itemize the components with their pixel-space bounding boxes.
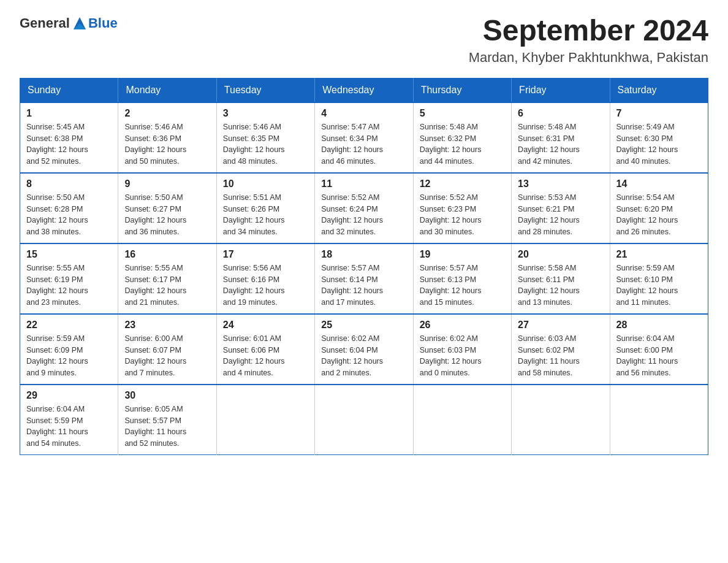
day-number: 3: [223, 108, 308, 119]
weekday-header-tuesday: Tuesday: [216, 78, 314, 102]
weekday-header-thursday: Thursday: [413, 78, 511, 102]
day-info: Sunrise: 5:58 AMSunset: 6:11 PMDaylight:…: [518, 264, 580, 307]
day-number: 1: [26, 108, 112, 119]
calendar-week-row: 29 Sunrise: 6:04 AMSunset: 5:59 PMDaylig…: [20, 385, 708, 455]
month-year-title: September 2024: [469, 15, 708, 47]
day-number: 26: [420, 320, 505, 331]
day-number: 25: [321, 320, 406, 331]
day-info: Sunrise: 5:45 AMSunset: 6:38 PMDaylight:…: [26, 123, 88, 166]
day-number: 14: [616, 178, 702, 190]
day-number: 12: [420, 178, 505, 190]
calendar-cell: 28 Sunrise: 6:04 AMSunset: 6:00 PMDaylig…: [610, 314, 708, 385]
day-number: 15: [26, 249, 112, 260]
calendar-cell: 1 Sunrise: 5:45 AMSunset: 6:38 PMDayligh…: [20, 102, 118, 173]
day-number: 7: [616, 108, 702, 119]
day-number: 21: [616, 249, 702, 260]
day-info: Sunrise: 5:46 AMSunset: 6:36 PMDaylight:…: [124, 123, 186, 166]
calendar-cell: 22 Sunrise: 5:59 AMSunset: 6:09 PMDaylig…: [20, 314, 118, 385]
day-info: Sunrise: 5:53 AMSunset: 6:21 PMDaylight:…: [518, 193, 580, 236]
calendar-cell: 10 Sunrise: 5:51 AMSunset: 6:26 PMDaylig…: [216, 173, 314, 243]
day-info: Sunrise: 6:02 AMSunset: 6:03 PMDaylight:…: [420, 334, 482, 377]
day-number: 9: [124, 178, 210, 190]
calendar-cell: 20 Sunrise: 5:58 AMSunset: 6:11 PMDaylig…: [512, 243, 610, 314]
calendar-cell: 18 Sunrise: 5:57 AMSunset: 6:14 PMDaylig…: [315, 243, 413, 314]
day-info: Sunrise: 6:04 AMSunset: 5:59 PMDaylight:…: [26, 405, 88, 448]
calendar-cell: 30 Sunrise: 6:05 AMSunset: 5:57 PMDaylig…: [118, 385, 216, 455]
calendar-cell: 6 Sunrise: 5:48 AMSunset: 6:31 PMDayligh…: [512, 102, 610, 173]
weekday-header-saturday: Saturday: [610, 78, 708, 102]
calendar-cell: 27 Sunrise: 6:03 AMSunset: 6:02 PMDaylig…: [512, 314, 610, 385]
calendar-header-row: SundayMondayTuesdayWednesdayThursdayFrid…: [20, 78, 708, 102]
day-info: Sunrise: 5:52 AMSunset: 6:23 PMDaylight:…: [420, 193, 482, 236]
calendar-cell: [512, 385, 610, 455]
day-info: Sunrise: 6:00 AMSunset: 6:07 PMDaylight:…: [124, 334, 186, 377]
day-number: 13: [518, 178, 603, 190]
day-info: Sunrise: 6:03 AMSunset: 6:02 PMDaylight:…: [518, 334, 580, 377]
day-info: Sunrise: 5:54 AMSunset: 6:20 PMDaylight:…: [616, 193, 678, 236]
calendar-cell: 11 Sunrise: 5:52 AMSunset: 6:24 PMDaylig…: [315, 173, 413, 243]
day-info: Sunrise: 5:51 AMSunset: 6:26 PMDaylight:…: [223, 193, 285, 236]
day-number: 28: [616, 320, 702, 331]
day-number: 20: [518, 249, 603, 260]
page-header: General Blue September 2024 Mardan, Khyb…: [20, 15, 708, 66]
calendar-cell: [315, 385, 413, 455]
calendar-cell: 17 Sunrise: 5:56 AMSunset: 6:16 PMDaylig…: [216, 243, 314, 314]
day-number: 8: [26, 178, 112, 190]
day-info: Sunrise: 5:59 AMSunset: 6:09 PMDaylight:…: [26, 334, 88, 377]
day-info: Sunrise: 5:50 AMSunset: 6:27 PMDaylight:…: [124, 193, 186, 236]
calendar-cell: 14 Sunrise: 5:54 AMSunset: 6:20 PMDaylig…: [610, 173, 708, 243]
day-info: Sunrise: 5:47 AMSunset: 6:34 PMDaylight:…: [321, 123, 383, 166]
day-number: 10: [223, 178, 308, 190]
calendar-cell: [610, 385, 708, 455]
day-info: Sunrise: 5:46 AMSunset: 6:35 PMDaylight:…: [223, 123, 285, 166]
day-info: Sunrise: 5:48 AMSunset: 6:31 PMDaylight:…: [518, 123, 580, 166]
day-info: Sunrise: 5:48 AMSunset: 6:32 PMDaylight:…: [420, 123, 482, 166]
location-subtitle: Mardan, Khyber Pakhtunkhwa, Pakistan: [469, 50, 708, 66]
day-number: 2: [124, 108, 210, 119]
calendar-cell: [216, 385, 314, 455]
calendar-cell: 19 Sunrise: 5:57 AMSunset: 6:13 PMDaylig…: [413, 243, 511, 314]
day-info: Sunrise: 6:01 AMSunset: 6:06 PMDaylight:…: [223, 334, 285, 377]
day-info: Sunrise: 5:56 AMSunset: 6:16 PMDaylight:…: [223, 264, 285, 307]
day-number: 5: [420, 108, 505, 119]
calendar-table: SundayMondayTuesdayWednesdayThursdayFrid…: [20, 78, 708, 455]
weekday-header-monday: Monday: [118, 78, 216, 102]
calendar-week-row: 15 Sunrise: 5:55 AMSunset: 6:19 PMDaylig…: [20, 243, 708, 314]
calendar-cell: 7 Sunrise: 5:49 AMSunset: 6:30 PMDayligh…: [610, 102, 708, 173]
calendar-cell: 12 Sunrise: 5:52 AMSunset: 6:23 PMDaylig…: [413, 173, 511, 243]
calendar-cell: 23 Sunrise: 6:00 AMSunset: 6:07 PMDaylig…: [118, 314, 216, 385]
calendar-week-row: 22 Sunrise: 5:59 AMSunset: 6:09 PMDaylig…: [20, 314, 708, 385]
day-info: Sunrise: 5:57 AMSunset: 6:13 PMDaylight:…: [420, 264, 482, 307]
day-number: 30: [124, 390, 210, 401]
day-info: Sunrise: 5:52 AMSunset: 6:24 PMDaylight:…: [321, 193, 383, 236]
calendar-cell: 9 Sunrise: 5:50 AMSunset: 6:27 PMDayligh…: [118, 173, 216, 243]
logo-icon: [71, 15, 88, 32]
day-number: 23: [124, 320, 210, 331]
day-info: Sunrise: 5:57 AMSunset: 6:14 PMDaylight:…: [321, 264, 383, 307]
weekday-header-wednesday: Wednesday: [315, 78, 413, 102]
day-number: 6: [518, 108, 603, 119]
calendar-cell: 21 Sunrise: 5:59 AMSunset: 6:10 PMDaylig…: [610, 243, 708, 314]
day-info: Sunrise: 5:55 AMSunset: 6:19 PMDaylight:…: [26, 264, 88, 307]
calendar-cell: 13 Sunrise: 5:53 AMSunset: 6:21 PMDaylig…: [512, 173, 610, 243]
day-number: 27: [518, 320, 603, 331]
calendar-week-row: 8 Sunrise: 5:50 AMSunset: 6:28 PMDayligh…: [20, 173, 708, 243]
calendar-cell: 24 Sunrise: 6:01 AMSunset: 6:06 PMDaylig…: [216, 314, 314, 385]
day-number: 18: [321, 249, 406, 260]
weekday-header-friday: Friday: [512, 78, 610, 102]
calendar-cell: 3 Sunrise: 5:46 AMSunset: 6:35 PMDayligh…: [216, 102, 314, 173]
day-info: Sunrise: 5:59 AMSunset: 6:10 PMDaylight:…: [616, 264, 678, 307]
day-info: Sunrise: 6:02 AMSunset: 6:04 PMDaylight:…: [321, 334, 383, 377]
day-number: 24: [223, 320, 308, 331]
calendar-cell: 15 Sunrise: 5:55 AMSunset: 6:19 PMDaylig…: [20, 243, 118, 314]
day-info: Sunrise: 5:49 AMSunset: 6:30 PMDaylight:…: [616, 123, 678, 166]
day-info: Sunrise: 5:50 AMSunset: 6:28 PMDaylight:…: [26, 193, 88, 236]
weekday-header-sunday: Sunday: [20, 78, 118, 102]
logo-blue-text: Blue: [88, 15, 118, 31]
header-right: September 2024 Mardan, Khyber Pakhtunkhw…: [469, 15, 708, 66]
day-number: 17: [223, 249, 308, 260]
calendar-cell: [413, 385, 511, 455]
day-number: 22: [26, 320, 112, 331]
calendar-cell: 29 Sunrise: 6:04 AMSunset: 5:59 PMDaylig…: [20, 385, 118, 455]
day-number: 16: [124, 249, 210, 260]
